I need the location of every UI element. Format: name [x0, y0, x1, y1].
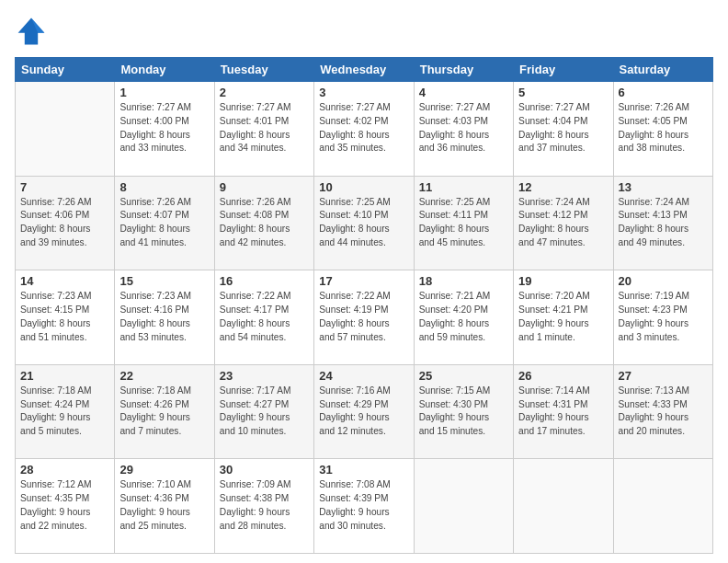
calendar-cell: 22Sunrise: 7:18 AM Sunset: 4:26 PM Dayli… — [115, 364, 214, 459]
day-info: Sunrise: 7:21 AM Sunset: 4:20 PM Dayligh… — [419, 290, 508, 344]
weekday-header-tuesday: Tuesday — [214, 58, 313, 82]
day-info: Sunrise: 7:23 AM Sunset: 4:15 PM Dayligh… — [20, 290, 109, 344]
day-number: 10 — [319, 180, 408, 194]
weekday-header-friday: Friday — [514, 58, 613, 82]
calendar-cell: 2Sunrise: 7:27 AM Sunset: 4:01 PM Daylig… — [214, 82, 313, 177]
day-info: Sunrise: 7:25 AM Sunset: 4:11 PM Dayligh… — [419, 196, 508, 250]
day-number: 17 — [319, 274, 408, 288]
calendar-cell: 10Sunrise: 7:25 AM Sunset: 4:10 PM Dayli… — [314, 176, 414, 270]
calendar-cell: 28Sunrise: 7:12 AM Sunset: 4:35 PM Dayli… — [16, 459, 115, 554]
day-number: 23 — [220, 369, 309, 383]
calendar-cell: 19Sunrise: 7:20 AM Sunset: 4:21 PM Dayli… — [514, 270, 613, 365]
calendar-cell: 8Sunrise: 7:26 AM Sunset: 4:07 PM Daylig… — [115, 176, 214, 270]
calendar-cell: 30Sunrise: 7:09 AM Sunset: 4:38 PM Dayli… — [214, 459, 313, 554]
day-number: 13 — [619, 180, 708, 194]
weekday-header-monday: Monday — [115, 58, 214, 82]
day-info: Sunrise: 7:19 AM Sunset: 4:23 PM Dayligh… — [619, 290, 708, 344]
day-number: 4 — [419, 86, 508, 99]
day-number: 3 — [319, 86, 408, 99]
calendar-cell — [16, 82, 115, 177]
calendar-cell — [514, 459, 613, 554]
day-number: 5 — [518, 86, 608, 99]
day-number: 20 — [619, 274, 708, 288]
day-info: Sunrise: 7:13 AM Sunset: 4:33 PM Dayligh… — [619, 385, 708, 439]
day-info: Sunrise: 7:14 AM Sunset: 4:31 PM Dayligh… — [518, 385, 608, 439]
day-number: 22 — [119, 369, 209, 383]
calendar-cell: 31Sunrise: 7:08 AM Sunset: 4:39 PM Dayli… — [314, 459, 414, 554]
calendar-week-row-5: 28Sunrise: 7:12 AM Sunset: 4:35 PM Dayli… — [16, 459, 713, 554]
day-info: Sunrise: 7:18 AM Sunset: 4:26 PM Dayligh… — [119, 385, 209, 439]
calendar-cell: 26Sunrise: 7:14 AM Sunset: 4:31 PM Dayli… — [514, 364, 613, 459]
calendar-cell: 29Sunrise: 7:10 AM Sunset: 4:36 PM Dayli… — [115, 459, 214, 554]
day-number: 14 — [20, 274, 109, 288]
day-number: 9 — [220, 180, 309, 194]
calendar-cell: 9Sunrise: 7:26 AM Sunset: 4:08 PM Daylig… — [214, 176, 313, 270]
calendar-cell: 27Sunrise: 7:13 AM Sunset: 4:33 PM Dayli… — [613, 364, 712, 459]
calendar-cell: 12Sunrise: 7:24 AM Sunset: 4:12 PM Dayli… — [514, 176, 613, 270]
day-number: 15 — [119, 274, 209, 288]
calendar-cell: 11Sunrise: 7:25 AM Sunset: 4:11 PM Dayli… — [414, 176, 513, 270]
day-info: Sunrise: 7:26 AM Sunset: 4:07 PM Dayligh… — [119, 196, 209, 250]
day-info: Sunrise: 7:08 AM Sunset: 4:39 PM Dayligh… — [319, 478, 408, 533]
calendar-table: SundayMondayTuesdayWednesdayThursdayFrid… — [15, 57, 713, 554]
calendar-cell: 14Sunrise: 7:23 AM Sunset: 4:15 PM Dayli… — [16, 270, 115, 365]
day-info: Sunrise: 7:24 AM Sunset: 4:13 PM Dayligh… — [619, 196, 708, 250]
day-number: 19 — [518, 274, 608, 288]
day-number: 30 — [220, 463, 309, 477]
day-info: Sunrise: 7:20 AM Sunset: 4:21 PM Dayligh… — [518, 290, 608, 344]
calendar-cell: 18Sunrise: 7:21 AM Sunset: 4:20 PM Dayli… — [414, 270, 513, 365]
day-number: 8 — [119, 180, 209, 194]
day-number: 6 — [619, 86, 708, 99]
weekday-header-saturday: Saturday — [613, 58, 712, 82]
day-info: Sunrise: 7:27 AM Sunset: 4:01 PM Dayligh… — [220, 101, 309, 155]
calendar-cell: 15Sunrise: 7:23 AM Sunset: 4:16 PM Dayli… — [115, 270, 214, 365]
calendar-cell: 1Sunrise: 7:27 AM Sunset: 4:00 PM Daylig… — [115, 82, 214, 177]
calendar-cell: 16Sunrise: 7:22 AM Sunset: 4:17 PM Dayli… — [214, 270, 313, 365]
day-info: Sunrise: 7:27 AM Sunset: 4:03 PM Dayligh… — [419, 101, 508, 155]
calendar-cell: 24Sunrise: 7:16 AM Sunset: 4:29 PM Dayli… — [314, 364, 414, 459]
day-number: 16 — [220, 274, 309, 288]
day-number: 27 — [619, 369, 708, 383]
day-number: 2 — [220, 86, 309, 99]
day-info: Sunrise: 7:27 AM Sunset: 4:02 PM Dayligh… — [319, 101, 408, 155]
calendar-cell: 7Sunrise: 7:26 AM Sunset: 4:06 PM Daylig… — [16, 176, 115, 270]
calendar-cell: 5Sunrise: 7:27 AM Sunset: 4:04 PM Daylig… — [514, 82, 613, 177]
day-number: 29 — [119, 463, 209, 477]
day-number: 28 — [20, 463, 109, 477]
calendar-cell: 13Sunrise: 7:24 AM Sunset: 4:13 PM Dayli… — [613, 176, 712, 270]
day-info: Sunrise: 7:22 AM Sunset: 4:17 PM Dayligh… — [220, 290, 309, 344]
calendar-cell: 17Sunrise: 7:22 AM Sunset: 4:19 PM Dayli… — [314, 270, 414, 365]
day-info: Sunrise: 7:15 AM Sunset: 4:30 PM Dayligh… — [419, 385, 508, 439]
day-info: Sunrise: 7:23 AM Sunset: 4:16 PM Dayligh… — [119, 290, 209, 344]
day-number: 25 — [419, 369, 508, 383]
calendar-cell: 21Sunrise: 7:18 AM Sunset: 4:24 PM Dayli… — [16, 364, 115, 459]
calendar-cell: 6Sunrise: 7:26 AM Sunset: 4:05 PM Daylig… — [613, 82, 712, 177]
logo — [15, 15, 50, 48]
day-info: Sunrise: 7:22 AM Sunset: 4:19 PM Dayligh… — [319, 290, 408, 344]
calendar-cell — [613, 459, 712, 554]
calendar-cell: 3Sunrise: 7:27 AM Sunset: 4:02 PM Daylig… — [314, 82, 414, 177]
day-info: Sunrise: 7:09 AM Sunset: 4:38 PM Dayligh… — [220, 478, 309, 533]
day-info: Sunrise: 7:25 AM Sunset: 4:10 PM Dayligh… — [319, 196, 408, 250]
calendar-cell: 23Sunrise: 7:17 AM Sunset: 4:27 PM Dayli… — [214, 364, 313, 459]
page: SundayMondayTuesdayWednesdayThursdayFrid… — [0, 0, 728, 563]
weekday-header-thursday: Thursday — [414, 58, 513, 82]
day-info: Sunrise: 7:26 AM Sunset: 4:06 PM Dayligh… — [20, 196, 109, 250]
calendar-cell — [414, 459, 513, 554]
day-number: 24 — [319, 369, 408, 383]
calendar-cell: 25Sunrise: 7:15 AM Sunset: 4:30 PM Dayli… — [414, 364, 513, 459]
day-info: Sunrise: 7:10 AM Sunset: 4:36 PM Dayligh… — [119, 478, 209, 533]
day-info: Sunrise: 7:26 AM Sunset: 4:05 PM Dayligh… — [619, 101, 708, 155]
weekday-header-wednesday: Wednesday — [314, 58, 414, 82]
day-number: 21 — [20, 369, 109, 383]
calendar-week-row-2: 7Sunrise: 7:26 AM Sunset: 4:06 PM Daylig… — [16, 176, 713, 270]
day-number: 31 — [319, 463, 408, 477]
calendar-week-row-3: 14Sunrise: 7:23 AM Sunset: 4:15 PM Dayli… — [16, 270, 713, 365]
day-info: Sunrise: 7:27 AM Sunset: 4:04 PM Dayligh… — [518, 101, 608, 155]
day-info: Sunrise: 7:16 AM Sunset: 4:29 PM Dayligh… — [319, 385, 408, 439]
calendar-week-row-1: 1Sunrise: 7:27 AM Sunset: 4:00 PM Daylig… — [16, 82, 713, 177]
day-number: 7 — [20, 180, 109, 194]
day-number: 18 — [419, 274, 508, 288]
calendar-cell: 4Sunrise: 7:27 AM Sunset: 4:03 PM Daylig… — [414, 82, 513, 177]
day-info: Sunrise: 7:27 AM Sunset: 4:00 PM Dayligh… — [119, 101, 209, 155]
